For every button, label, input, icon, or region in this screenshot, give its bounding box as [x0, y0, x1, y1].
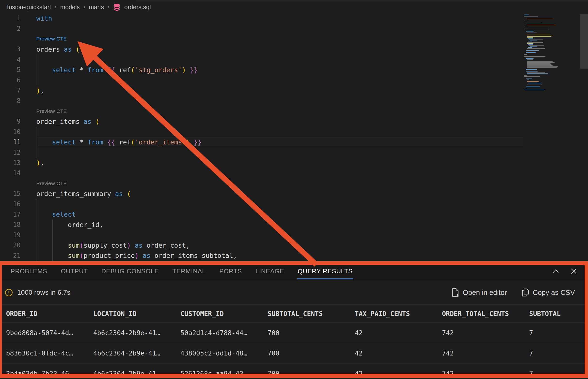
code-text[interactable]: select * from {{ ref('order_items') }}	[27, 138, 202, 146]
panel-tab-problems[interactable]: PROBLEMS	[11, 268, 47, 275]
code-editor[interactable]: 1with2Preview CTE3orders as (45 select *…	[0, 13, 523, 261]
code-text[interactable]: order_id,	[27, 221, 103, 229]
minimap-line	[530, 46, 537, 47]
close-icon	[570, 267, 578, 275]
minimap-line	[527, 72, 545, 73]
breadcrumb-segment[interactable]: models	[60, 4, 80, 11]
code-line: 16	[0, 199, 523, 209]
column-header: TAX_PAID_CENTS	[355, 310, 442, 317]
panel-tab-lineage[interactable]: LINEAGE	[256, 268, 284, 275]
panel-tab-query-results[interactable]: QUERY RESULTS	[298, 268, 353, 275]
minimap[interactable]	[524, 15, 579, 92]
minimap-line	[527, 36, 551, 37]
table-row[interactable]: 3b4a03db-7b23-464b6c2304-2b9e-415261268c…	[2, 363, 585, 378]
minimap-line	[527, 85, 542, 85]
copy-as-csv-label: Copy as CSV	[533, 289, 575, 297]
code-line: 8	[0, 96, 523, 106]
table-cell: 50a2d1c4-d788-44…	[181, 329, 268, 337]
table-cell: 4b6c2304-2b9e-41…	[93, 329, 181, 337]
code-text[interactable]: ),	[27, 87, 44, 94]
code-line: 3orders as (	[0, 44, 523, 55]
code-line: 18 order_id,	[0, 220, 523, 230]
code-line: 10	[0, 127, 523, 137]
minimap-line	[529, 45, 544, 46]
code-line: 13),	[0, 158, 523, 168]
minimap-line	[527, 66, 558, 67]
minimap-line	[527, 48, 545, 49]
breadcrumb-segment[interactable]: fusion-quickstart	[7, 4, 51, 11]
minimap-line	[524, 54, 527, 55]
code-text[interactable]: select	[27, 211, 76, 218]
table-cell: 700	[268, 349, 355, 357]
indent-guide	[52, 230, 53, 240]
open-in-editor-button[interactable]: Open in editor	[452, 288, 507, 297]
minimap-line	[526, 50, 539, 51]
minimap-line	[526, 87, 540, 87]
editor-scrollbar[interactable]	[580, 14, 588, 69]
panel-actions	[551, 267, 578, 276]
code-text[interactable]: ),	[27, 159, 44, 166]
line-number: 1	[0, 15, 27, 22]
panel-tab-terminal[interactable]: TERMINAL	[172, 268, 206, 275]
line-number: 5	[0, 66, 27, 73]
code-line: 11 select * from {{ ref('order_items') }…	[0, 137, 523, 147]
code-line: 1with	[0, 13, 523, 24]
close-panel-button[interactable]	[569, 267, 578, 276]
row-count-status: 1000 rows in 6.7s	[17, 289, 70, 296]
panel-tabbar: PROBLEMSOUTPUTDEBUG CONSOLETERMINALPORTS…	[2, 265, 585, 281]
results-table-body: 9bed808a-5074-4d…4b6c2304-2b9e-41…50a2d1…	[2, 323, 585, 378]
minimap-line	[527, 37, 533, 38]
minimap-line	[528, 41, 532, 42]
codelens-preview-cte[interactable]: Preview CTE	[36, 181, 67, 186]
codelens-row: Preview CTE	[0, 34, 523, 44]
table-row[interactable]: 9bed808a-5074-4d…4b6c2304-2b9e-41…50a2d1…	[2, 323, 585, 343]
code-text[interactable]: order_items as (	[27, 118, 99, 125]
code-line: 7),	[0, 85, 523, 96]
minimap-line	[528, 44, 533, 45]
breadcrumb-file[interactable]: orders.sql	[124, 4, 151, 11]
code-text[interactable]: order_items_summary as (	[27, 190, 131, 197]
code-line: 17 select	[0, 209, 523, 220]
indent-guide	[37, 147, 37, 158]
table-row[interactable]: b83630c1-0fdc-4c…4b6c2304-2b9e-41…438005…	[2, 343, 585, 363]
minimap-line	[524, 90, 545, 90]
bottom-panel: PROBLEMSOUTPUTDEBUG CONSOLETERMINALPORTS…	[0, 261, 588, 378]
code-text[interactable]: orders as (	[27, 46, 80, 53]
line-number: 19	[0, 231, 27, 239]
file-plus-icon	[452, 288, 459, 297]
column-header: LOCATION_ID	[93, 310, 181, 317]
minimap-line	[526, 71, 538, 72]
maximize-panel-button[interactable]	[551, 267, 560, 276]
code-text[interactable]: sum(supply_cost) as order_cost,	[27, 242, 190, 249]
code-line: 20 sum(supply_cost) as order_cost,	[0, 240, 523, 251]
panel-tab-ports[interactable]: PORTS	[219, 268, 242, 275]
code-line: 15order_items_summary as (	[0, 189, 523, 199]
code-text[interactable]: sum(product_price) as order_items_subtot…	[27, 252, 237, 259]
minimap-line	[524, 16, 538, 17]
database-icon	[114, 3, 120, 11]
code-text[interactable]: select * from {{ ref('stg_orders') }}	[27, 66, 198, 74]
minimap-line	[529, 39, 543, 40]
table-cell: 42	[355, 370, 442, 377]
column-header: SUBTOTAL	[529, 310, 588, 317]
table-cell: 3b4a03db-7b23-46	[6, 370, 93, 377]
table-cell: 4b6c2304-2b9e-41…	[93, 349, 181, 357]
codelens-preview-cte[interactable]: Preview CTE	[36, 36, 67, 42]
copy-as-csv-button[interactable]: Copy as CSV	[521, 288, 575, 297]
breadcrumb-segment[interactable]: marts	[89, 4, 104, 11]
minimap-line	[526, 79, 532, 79]
line-number: 12	[0, 149, 27, 156]
minimap-line	[524, 15, 529, 15]
column-header: SUBTOTAL_CENTS	[268, 310, 355, 317]
minimap-line	[528, 38, 533, 39]
minimap-line	[527, 42, 543, 43]
code-text[interactable]: with	[27, 15, 52, 22]
panel-tab-output[interactable]: OUTPUT	[61, 268, 88, 275]
line-number: 11	[0, 138, 27, 146]
table-cell: 700	[268, 329, 355, 337]
codelens-preview-cte[interactable]: Preview CTE	[36, 108, 67, 114]
line-number: 13	[0, 159, 27, 166]
code-line: 5 select * from {{ ref('stg_orders') }}	[0, 65, 523, 75]
indent-guide	[37, 75, 37, 86]
panel-tab-debug-console[interactable]: DEBUG CONSOLE	[102, 268, 159, 275]
